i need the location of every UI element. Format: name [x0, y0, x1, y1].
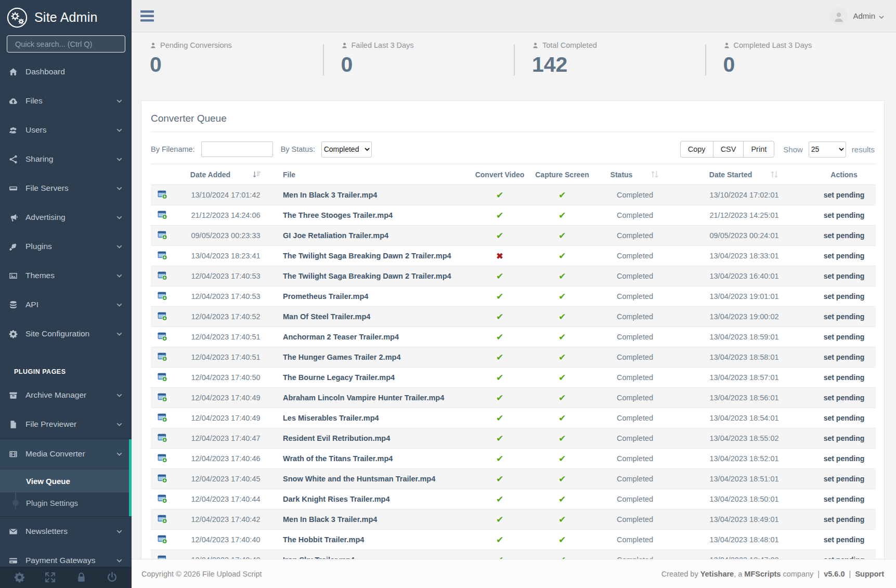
table-row: 21/12/2023 14:24:06The Three Stooges Tra… [151, 205, 876, 226]
search-input[interactable] [7, 35, 125, 53]
set-pending-link[interactable]: set pending [812, 185, 876, 205]
page-footer: Copyright © 2026 File Upload Script Crea… [132, 559, 896, 588]
results-label: results [852, 145, 875, 154]
set-pending-link[interactable]: set pending [812, 246, 876, 266]
check-icon: ✔ [559, 535, 566, 545]
envelope-icon [9, 527, 18, 536]
date-started-cell: 13/04/2023 18:33:01 [676, 246, 812, 266]
sidebar-item-sharing[interactable]: Sharing [0, 145, 132, 174]
film-icon [9, 450, 18, 459]
menu-toggle-icon[interactable] [140, 10, 154, 22]
stat-label: Total Completed [542, 41, 597, 49]
copy-button[interactable]: Copy [680, 141, 713, 158]
set-pending-link[interactable]: set pending [812, 428, 876, 449]
sidebar-item-label: Plugins [25, 242, 52, 251]
lock-icon[interactable] [76, 572, 87, 583]
table-row: 09/05/2023 00:23:33GI Joe Retaliation Tr… [151, 226, 876, 246]
sidebar-item-plugins[interactable]: Plugins [0, 232, 132, 261]
status-cell: Completed [594, 266, 676, 286]
column-label: Convert Video [475, 171, 525, 179]
sidebar-item-advertising[interactable]: Advertising [0, 203, 132, 232]
page-size-select[interactable]: 25 [809, 141, 846, 158]
column-label: Actions [830, 171, 857, 179]
set-pending-link[interactable]: set pending [812, 408, 876, 428]
sidebar-item-file-previewer[interactable]: File Previewer [0, 410, 132, 439]
chevron-down-icon [116, 557, 123, 564]
capture-screen-cell: ✔ [530, 368, 594, 388]
sidebar-item-site-configuration[interactable]: Site Configuration [0, 319, 132, 348]
capture-screen-cell: ✔ [530, 408, 594, 428]
set-pending-link[interactable]: set pending [812, 509, 876, 530]
sidebar-item-archive-manager[interactable]: Archive Manager [0, 381, 132, 410]
user-name: Admin [853, 11, 875, 20]
check-icon: ✔ [559, 190, 566, 200]
column-header-date-added[interactable]: Date Added [174, 164, 278, 185]
mfscripts-link[interactable]: MFScripts [744, 570, 781, 578]
set-pending-link[interactable]: set pending [812, 327, 876, 347]
date-added-cell: 12/04/2023 17:40:51 [174, 347, 278, 368]
check-icon: ✔ [496, 515, 503, 525]
sidebar-item-themes[interactable]: Themes [0, 261, 132, 290]
file-type-cell [151, 347, 174, 368]
set-pending-link[interactable]: set pending [812, 368, 876, 388]
user-icon [341, 42, 348, 49]
yetishare-link[interactable]: Yetishare [700, 570, 734, 578]
status-filter-select[interactable]: Completed [321, 141, 372, 158]
power-icon[interactable] [107, 572, 118, 583]
file-name-cell: The Hobbit Trailer.mp4 [278, 530, 469, 550]
file-type-cell [151, 449, 174, 469]
table-row: 13/04/2023 18:23:41The Twilight Saga Bre… [151, 246, 876, 266]
set-pending-link[interactable]: set pending [812, 347, 876, 368]
file-type-cell [151, 307, 174, 327]
set-pending-link[interactable]: set pending [812, 388, 876, 408]
csv-button[interactable]: CSV [713, 141, 744, 158]
status-cell: Completed [594, 408, 676, 428]
print-button[interactable]: Print [743, 141, 774, 158]
cog-icon [9, 330, 18, 338]
date-started-cell: 13/04/2023 18:52:01 [676, 449, 812, 469]
sidebar-item-label: Advertising [25, 213, 66, 222]
sidebar-item-newsletters[interactable]: Newsletters [0, 517, 132, 546]
sidebar-item-files[interactable]: Files [0, 86, 132, 115]
sidebar-subitem-view-queue[interactable]: View Queue [0, 469, 132, 492]
sidebar-item-label: Payment Gateways [25, 556, 95, 565]
sidebar-item-users[interactable]: Users [0, 115, 132, 145]
set-pending-link[interactable]: set pending [812, 530, 876, 550]
set-pending-link[interactable]: set pending [812, 307, 876, 327]
chevron-down-icon [116, 156, 123, 163]
fullscreen-icon[interactable] [45, 572, 56, 583]
user-menu[interactable]: Admin [830, 7, 884, 25]
status-cell: Completed [594, 185, 676, 205]
file-type-cell [151, 246, 174, 266]
date-added-cell: 12/04/2023 17:40:51 [174, 327, 278, 347]
check-icon: ✔ [559, 454, 566, 464]
sidebar-item-api[interactable]: API [0, 290, 132, 319]
filename-filter-input[interactable] [201, 141, 273, 157]
set-pending-link[interactable]: set pending [812, 449, 876, 469]
column-header-status[interactable]: Status [594, 164, 676, 185]
sidebar-item-media-converter[interactable]: Media Converter [0, 439, 132, 468]
set-pending-link[interactable]: set pending [812, 266, 876, 286]
convert-video-cell: ✔ [469, 226, 530, 246]
sidebar-subitem-plugin-settings[interactable]: Plugin Settings [0, 492, 132, 513]
table-row: 12/04/2023 17:40:49Les Miserables Traile… [151, 408, 876, 428]
settings-icon[interactable] [14, 572, 25, 583]
support-link[interactable]: Support [855, 570, 884, 578]
sidebar-item-file-servers[interactable]: File Servers [0, 174, 132, 203]
column-header-date-started[interactable]: Date Started [676, 164, 812, 185]
check-icon: ✔ [559, 211, 566, 220]
date-added-cell: 12/04/2023 17:40:40 [174, 530, 278, 550]
set-pending-link[interactable]: set pending [812, 489, 876, 509]
sidebar-item-dashboard[interactable]: Dashboard [0, 57, 132, 86]
set-pending-link[interactable]: set pending [812, 469, 876, 489]
set-pending-link[interactable]: set pending [812, 226, 876, 246]
check-icon: ✔ [559, 312, 566, 322]
sidebar-item-label: Archive Manager [25, 390, 86, 400]
date-added-cell: 12/04/2023 17:40:44 [174, 489, 278, 509]
check-icon: ✔ [559, 332, 566, 342]
set-pending-link[interactable]: set pending [812, 286, 876, 307]
share-icon [9, 155, 18, 164]
check-icon: ✔ [559, 494, 566, 504]
set-pending-link[interactable]: set pending [812, 205, 876, 226]
capture-screen-cell: ✔ [530, 449, 594, 469]
